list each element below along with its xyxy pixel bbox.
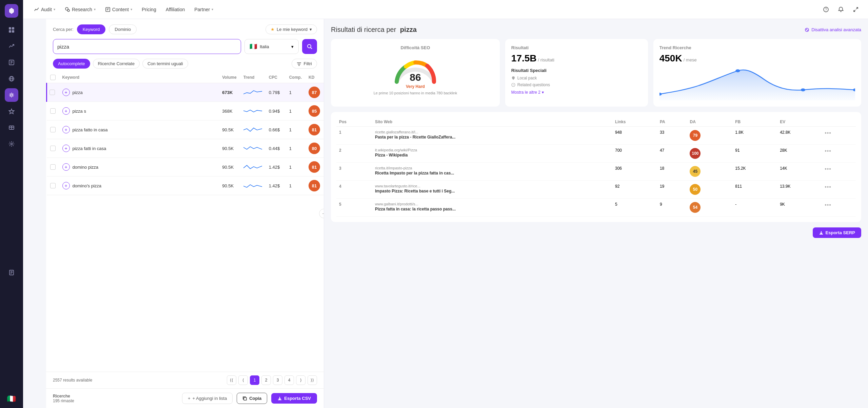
risultati-title: Risultati di ricerca per pizza — [331, 26, 417, 34]
add-keyword-button[interactable]: + — [62, 163, 70, 171]
aggiungi-lista-button[interactable]: + + Aggiungi in lista — [182, 393, 233, 404]
svg-rect-36 — [244, 397, 246, 400]
sidebar-item-keyword[interactable] — [5, 88, 18, 102]
expand-button[interactable] — [850, 4, 861, 15]
row-checkbox-cell — [47, 83, 59, 102]
trend-sparkline — [243, 163, 262, 171]
ricerche-correlate-tab[interactable]: Ricerche Correlate — [93, 59, 140, 69]
seo-difficulty-card: Difficoltà SEO — [331, 39, 500, 107]
serp-pa: 19 — [657, 181, 687, 199]
nav-pricing[interactable]: Pricing — [138, 5, 160, 14]
sidebar-item-report[interactable] — [5, 266, 18, 279]
more-button[interactable]: ••• — [825, 130, 831, 136]
serp-links: 92 — [612, 181, 657, 199]
serp-more: ••• — [822, 145, 856, 163]
row-checkbox[interactable] — [50, 90, 55, 95]
nav-pricing-label: Pricing — [142, 7, 156, 12]
help-button[interactable]: ? — [821, 4, 831, 15]
mie-keyword-button[interactable]: ★ Le mie keyword ▾ — [265, 24, 317, 34]
bottom-actions-bar: Ricerche 195 rimaste + + Aggiungi in lis… — [46, 388, 324, 408]
keyword-tab[interactable]: Keyword — [77, 24, 106, 34]
sidebar-item-star[interactable] — [5, 105, 18, 118]
select-all-checkbox[interactable] — [50, 75, 56, 80]
more-button[interactable]: ••• — [825, 148, 831, 154]
add-keyword-button[interactable]: + — [62, 182, 70, 189]
app-logo[interactable] — [5, 4, 18, 18]
more-button[interactable]: ••• — [825, 184, 831, 190]
flag-icon: 🇮🇹 — [250, 43, 257, 50]
sidebar-item-table[interactable] — [5, 121, 18, 134]
more-button[interactable]: ••• — [825, 202, 831, 208]
filtri-button[interactable]: Filtri — [292, 59, 317, 69]
svg-text:?: ? — [513, 84, 514, 86]
con-termini-uguali-tab[interactable]: Con termini uguali — [142, 59, 188, 69]
row-checkbox[interactable] — [50, 127, 56, 132]
language-flag[interactable]: 🇮🇹 — [7, 394, 16, 404]
help-icon: ? — [823, 6, 829, 13]
serp-more: ••• — [822, 181, 856, 199]
row-checkbox[interactable] — [50, 183, 56, 188]
add-keyword-button[interactable]: + — [62, 126, 70, 133]
search-area: Cerca per: Keyword Dominio ★ Le mie keyw… — [46, 19, 324, 72]
more-button[interactable]: ••• — [825, 166, 831, 172]
search-input[interactable] — [57, 40, 237, 53]
content-icon — [105, 7, 111, 12]
last-page-button[interactable]: ⟩⟩ — [308, 375, 317, 385]
serp-url: ricette.giallozafferano.it/l... — [375, 130, 610, 134]
serp-ev: 28K — [777, 145, 822, 163]
next-page-button[interactable]: ⟩ — [296, 375, 305, 385]
autocomplete-tab[interactable]: Autocomplete — [53, 59, 90, 69]
trend-sparkline — [243, 144, 262, 152]
nav-partner[interactable]: Partner ▾ — [190, 5, 217, 14]
keyword-cell: + pizza — [59, 83, 219, 102]
add-keyword-button[interactable]: + — [62, 89, 70, 96]
add-keyword-button[interactable]: + — [62, 107, 70, 115]
prev-page-button[interactable]: ⟨ — [238, 375, 248, 385]
page-3-button[interactable]: 3 — [273, 375, 282, 385]
sidebar-item-globe[interactable] — [5, 72, 18, 86]
add-keyword-button[interactable]: + — [62, 145, 70, 152]
dominio-tab[interactable]: Dominio — [109, 24, 137, 34]
nav-affiliation[interactable]: Affiliation — [162, 5, 189, 14]
nav-content[interactable]: Content ▾ — [101, 5, 136, 14]
mostra-altre-button[interactable]: Mostra le altre 2 ▾ — [511, 90, 642, 95]
nav-audit[interactable]: Audit ▾ — [30, 5, 59, 14]
first-page-button[interactable]: ⟨⟨ — [227, 375, 236, 385]
table-row: + domino's pizza 90.5K 1.42$ 1 81 — [47, 177, 324, 195]
main-content: Cerca per: Keyword Dominio ★ Le mie keyw… — [46, 19, 868, 408]
sidebar-item-settings[interactable] — [5, 137, 18, 151]
sidebar: 🇮🇹 — [0, 0, 23, 408]
row-checkbox[interactable] — [50, 164, 56, 170]
th-actions — [822, 117, 856, 127]
esporta-serp-label: Esporta SERP — [826, 230, 855, 235]
row-checkbox[interactable] — [50, 108, 56, 114]
notifications-button[interactable] — [835, 4, 846, 15]
esporta-serp-button[interactable]: Esporta SERP — [813, 227, 861, 238]
nav-research[interactable]: Research ▾ — [61, 5, 100, 14]
table-row: + pizza fatto in casa 90.5K 0.66$ 1 — [47, 120, 324, 139]
serp-links: 306 — [612, 163, 657, 181]
serp-pa: 33 — [657, 127, 687, 145]
esporta-csv-button[interactable]: Esporta CSV — [271, 393, 317, 404]
page-4-button[interactable]: 4 — [284, 375, 294, 385]
trend-cell — [240, 102, 265, 120]
page-1-button[interactable]: 1 — [250, 375, 259, 385]
copia-button[interactable]: Copia — [237, 393, 267, 404]
sidebar-item-seo[interactable] — [5, 56, 18, 69]
disattiva-analisi-button[interactable]: Disattiva analisi avanzata — [805, 27, 861, 32]
row-checkbox[interactable] — [50, 146, 56, 151]
serp-site-cell: www.tavolartegusto.it/rice... Impasto Pi… — [372, 181, 612, 199]
search-icon — [307, 43, 313, 50]
keyword-text: domino pizza — [73, 165, 99, 170]
serp-da: 100 — [687, 145, 732, 163]
sidebar-item-analytics[interactable] — [5, 39, 18, 53]
search-keyword: pizza — [400, 26, 417, 33]
search-button[interactable] — [302, 39, 317, 54]
page-2-button[interactable]: 2 — [261, 375, 271, 385]
sidebar-item-dashboard[interactable] — [5, 23, 18, 37]
serp-pos: 1 — [336, 127, 372, 145]
copy-icon — [242, 396, 247, 401]
keyword-cell: + pizza s — [59, 102, 219, 120]
country-selector[interactable]: 🇮🇹 Italia ▾ — [244, 39, 299, 54]
th-cpc: CPC — [265, 72, 286, 83]
